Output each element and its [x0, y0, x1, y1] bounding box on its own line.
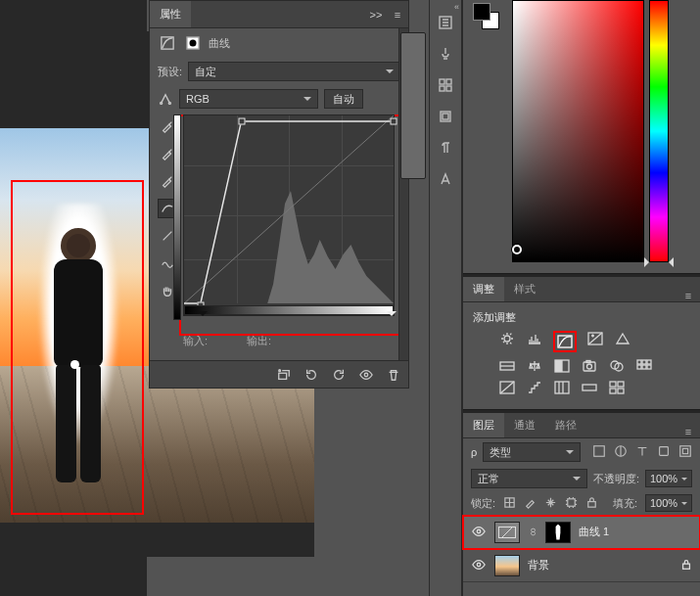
adjustment-type-label: 曲线 [209, 36, 230, 51]
svg-point-48 [477, 529, 481, 533]
visibility-toggle-icon[interactable] [471, 558, 487, 573]
lock-all-icon[interactable] [585, 496, 598, 511]
svg-rect-32 [647, 365, 651, 369]
svg-rect-40 [594, 446, 605, 457]
vibrance-icon[interactable] [614, 331, 631, 346]
invert-icon[interactable] [498, 380, 516, 395]
hue-slider[interactable] [649, 0, 669, 262]
lock-pixels-icon[interactable] [503, 496, 516, 511]
channel-mixer-icon[interactable] [608, 358, 626, 374]
on-image-adjust-icon[interactable] [158, 89, 173, 109]
paths-tab[interactable]: 路径 [545, 413, 586, 437]
output-label: 输出: [247, 334, 271, 348]
blend-mode-select[interactable]: 正常 [471, 469, 587, 488]
svg-rect-42 [660, 447, 669, 456]
layers-body: ρ 类型 正常 不透明度: 100% 锁定: 填充: 100% [463, 438, 700, 582]
preset-select[interactable]: 自定 [188, 62, 400, 81]
canvas-area[interactable] [0, 0, 147, 596]
filter-shape-icon[interactable] [657, 444, 671, 460]
layer-row-curves[interactable]: 𝟾 曲线 1 [463, 516, 700, 549]
selective-color-icon[interactable] [608, 380, 626, 395]
panel-menu-icon[interactable]: ≡ [677, 290, 700, 301]
color-cursor[interactable] [512, 245, 522, 254]
panel-menu-button[interactable]: ≡ [387, 9, 408, 21]
posterize-icon[interactable] [526, 380, 543, 395]
libraries-icon[interactable] [435, 106, 456, 127]
properties-tab[interactable]: 属性 [150, 1, 191, 27]
svg-rect-47 [588, 501, 595, 507]
image-person [27, 204, 130, 512]
svg-rect-28 [642, 360, 646, 364]
toggle-visibility-icon[interactable] [357, 366, 375, 384]
exposure-icon[interactable] [586, 331, 604, 346]
dock-toolbar: « [429, 0, 462, 596]
filter-kind-symbol[interactable]: ρ [471, 446, 477, 458]
view-previous-icon[interactable] [303, 366, 320, 384]
mask-icon[interactable] [183, 33, 203, 53]
brush-presets-icon[interactable] [435, 43, 456, 65]
layer-name[interactable]: 背景 [528, 558, 549, 573]
panel-menu-icon[interactable]: ≡ [677, 426, 700, 437]
delete-adjustment-icon[interactable] [385, 366, 402, 384]
layer-thumb-mask[interactable] [545, 522, 571, 543]
curve-handle-white[interactable] [391, 118, 397, 125]
layer-name[interactable]: 曲线 1 [579, 525, 609, 539]
clip-to-layer-icon[interactable] [275, 366, 293, 384]
fill-input[interactable]: 100% [645, 494, 692, 512]
layer-row-background[interactable]: 背景 [463, 549, 700, 582]
layers-header: 图层 通道 路径 ≡ [463, 413, 700, 438]
photo-filter-icon[interactable] [581, 358, 598, 374]
opacity-input[interactable]: 100% [645, 470, 692, 487]
auto-button[interactable]: 自动 [324, 89, 363, 109]
filter-type-icon[interactable] [635, 444, 649, 460]
fill-label: 填充: [613, 496, 637, 511]
adjustments-tab[interactable]: 调整 [463, 277, 504, 301]
paragraph-icon[interactable] [435, 137, 456, 159]
filter-adjust-icon[interactable] [614, 444, 628, 460]
black-white-icon[interactable] [553, 358, 571, 374]
svg-point-2 [190, 40, 197, 47]
collapse-button[interactable]: >> [365, 9, 387, 21]
right-panel-column: 调整 样式 ≡ 添加调整 [462, 0, 700, 596]
lock-icon [680, 559, 692, 573]
history-icon[interactable] [435, 12, 456, 33]
color-balance-icon[interactable] [526, 358, 543, 374]
curves-icon[interactable] [556, 334, 574, 349]
visibility-toggle-icon[interactable] [471, 525, 487, 540]
curve-editor[interactable] [183, 115, 395, 316]
layer-thumb-adjustment[interactable] [494, 522, 520, 543]
gradient-map-icon[interactable] [581, 380, 598, 395]
hue-sat-icon[interactable] [498, 358, 516, 374]
levels-icon[interactable] [526, 331, 543, 346]
preset-label: 预设: [158, 65, 182, 79]
character-icon[interactable] [435, 168, 456, 190]
white-point-slider[interactable] [387, 311, 397, 321]
threshold-icon[interactable] [553, 380, 571, 395]
opacity-label: 不透明度: [593, 472, 639, 486]
foreground-background-swatch[interactable] [473, 3, 502, 32]
filter-pixel-icon[interactable] [592, 444, 606, 460]
lock-artboard-icon[interactable] [565, 496, 578, 511]
channel-select[interactable]: RGB [179, 89, 318, 109]
black-point-slider[interactable] [198, 311, 208, 321]
styles-tab[interactable]: 样式 [504, 277, 545, 301]
filter-smart-icon[interactable] [678, 444, 692, 460]
color-lookup-icon[interactable] [635, 358, 653, 374]
properties-scrollbar[interactable] [398, 28, 408, 360]
color-field[interactable] [512, 0, 644, 262]
color-picker[interactable] [512, 0, 669, 264]
reset-icon[interactable] [330, 366, 348, 384]
swatches-icon[interactable] [435, 74, 456, 96]
brightness-contrast-icon[interactable] [498, 331, 516, 346]
layers-tab[interactable]: 图层 [463, 413, 504, 437]
filter-type-select[interactable]: 类型 [483, 442, 581, 462]
curve-handle-mid[interactable] [239, 118, 246, 125]
svg-point-49 [477, 563, 481, 567]
svg-rect-44 [682, 448, 687, 453]
layer-thumb-image[interactable] [494, 555, 520, 576]
channels-tab[interactable]: 通道 [504, 413, 545, 437]
lock-paint-icon[interactable] [524, 496, 537, 511]
mask-link-icon[interactable]: 𝟾 [528, 526, 537, 538]
dock-expand-icon[interactable]: « [454, 2, 459, 12]
lock-position-icon[interactable] [544, 496, 557, 511]
